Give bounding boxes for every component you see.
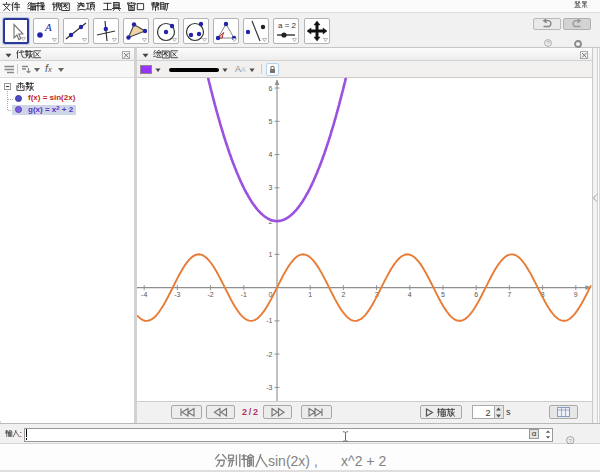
svg-text:7: 7	[507, 291, 511, 298]
svg-text:9: 9	[574, 291, 578, 298]
svg-text:-4: -4	[141, 291, 147, 298]
svg-text:-1: -1	[241, 291, 247, 298]
svg-text:4: 4	[408, 291, 412, 298]
svg-text:2: 2	[341, 291, 345, 298]
svg-text:5: 5	[269, 118, 273, 125]
svg-text:?: ?	[569, 437, 573, 443]
svg-text:3: 3	[269, 184, 273, 191]
svg-text:6: 6	[474, 291, 478, 298]
svg-text:6: 6	[269, 85, 273, 92]
svg-text:-2: -2	[266, 351, 272, 358]
svg-text:1: 1	[308, 291, 312, 298]
svg-text:-1: -1	[266, 317, 272, 324]
svg-text:4: 4	[269, 151, 273, 158]
svg-text:A: A	[44, 21, 52, 33]
svg-text:-3: -3	[266, 384, 272, 391]
svg-text:1: 1	[269, 251, 273, 258]
svg-text:a = 2: a = 2	[278, 21, 297, 30]
svg-text:?: ?	[546, 40, 549, 46]
svg-text:-2: -2	[207, 291, 213, 298]
svg-text:5: 5	[441, 291, 445, 298]
svg-text:-3: -3	[174, 291, 180, 298]
